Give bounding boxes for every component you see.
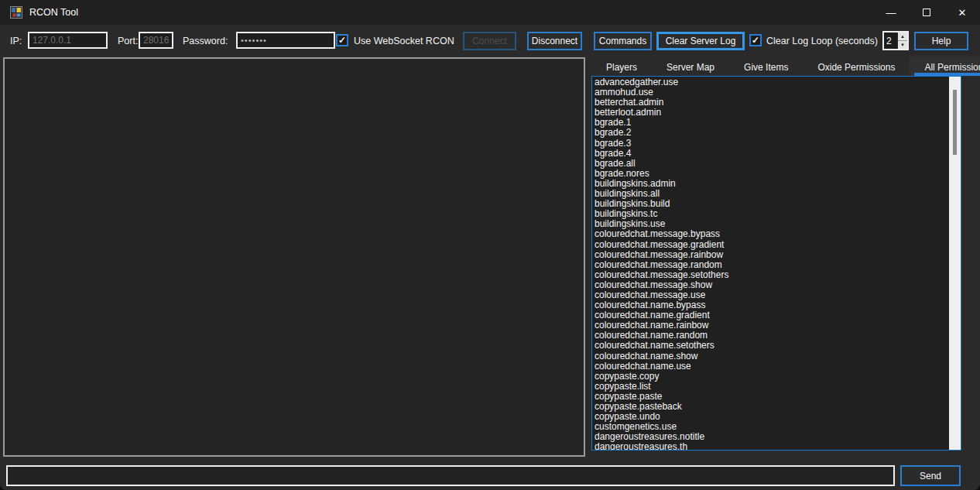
permission-item[interactable]: betterloot.admin	[592, 108, 948, 118]
clear-server-log-button[interactable]: Clear Server Log	[656, 32, 745, 50]
app-window: RCON Tool — ✕ IP: Port: Password: ✓ Use …	[0, 0, 980, 490]
loop-seconds-value[interactable]: 2	[884, 33, 897, 49]
commands-button[interactable]: Commands	[594, 32, 652, 50]
tab-server-map[interactable]: Server Map	[652, 59, 729, 76]
down-arrow-icon: ▼	[900, 43, 905, 47]
tab-all-permissions[interactable]: All Permissions	[910, 57, 980, 76]
permission-item[interactable]: colouredchat.message.bypass	[592, 229, 948, 239]
port-input[interactable]	[139, 32, 173, 49]
permission-item[interactable]: colouredchat.name.gradient	[592, 310, 948, 320]
disconnect-button[interactable]: Disconnect	[527, 32, 582, 50]
permission-item[interactable]: dangeroustreasures.notitle	[592, 432, 948, 442]
scrollbar-thumb[interactable]	[953, 90, 957, 155]
ip-label: IP:	[10, 36, 22, 46]
permission-item[interactable]: colouredchat.message.show	[592, 280, 948, 290]
permission-item[interactable]: colouredchat.name.bypass	[592, 300, 948, 310]
permission-item[interactable]: colouredchat.message.random	[592, 260, 948, 270]
app-icon	[10, 6, 22, 19]
checkmark-icon: ✓	[752, 36, 759, 45]
spinner-up-button[interactable]: ▲	[898, 33, 907, 41]
tab-give-items[interactable]: Give Items	[729, 59, 803, 76]
password-label: Password:	[183, 36, 228, 46]
permission-item[interactable]: colouredchat.name.rainbow	[592, 320, 948, 331]
permission-item[interactable]: colouredchat.message.rainbow	[592, 250, 948, 260]
permission-item[interactable]: colouredchat.name.show	[592, 351, 948, 362]
clear-log-loop-label[interactable]: Clear Log Loop (seconds)	[766, 36, 878, 46]
window-title: RCON Tool	[29, 7, 78, 18]
permission-item[interactable]: advancedgather.use	[592, 77, 948, 87]
permission-item[interactable]: customgenetics.use	[592, 422, 948, 432]
permissions-list: advancedgather.useammohud.usebetterchat.…	[592, 77, 948, 451]
connect-button[interactable]: Connect	[463, 32, 516, 50]
checkmark-icon: ✓	[338, 36, 346, 45]
port-label: Port:	[118, 36, 138, 46]
websocket-checkbox[interactable]: ✓	[336, 34, 348, 46]
minimize-icon: —	[886, 7, 896, 19]
scrollbar[interactable]	[949, 77, 961, 450]
permission-item[interactable]: copypaste.copy	[592, 372, 948, 382]
spinner-down-button[interactable]: ▼	[898, 41, 907, 49]
maximize-button[interactable]	[909, 0, 944, 25]
permission-item[interactable]: copypaste.pasteback	[592, 402, 948, 412]
permission-item[interactable]: colouredchat.message.setothers	[592, 270, 948, 280]
permission-item[interactable]: bgrade.2	[592, 128, 948, 138]
command-input[interactable]	[6, 465, 895, 486]
loop-seconds-stepper[interactable]: 2 ▲ ▼	[882, 31, 909, 50]
permission-item[interactable]: colouredchat.name.setothers	[592, 341, 948, 351]
close-button[interactable]: ✕	[944, 0, 980, 25]
permission-item[interactable]: ammohud.use	[592, 87, 948, 98]
permission-item[interactable]: bgrade.1	[592, 118, 948, 128]
maximize-icon	[923, 9, 930, 16]
server-log-panel[interactable]	[3, 57, 585, 457]
close-icon: ✕	[958, 7, 967, 19]
up-arrow-icon: ▲	[900, 34, 905, 39]
password-input[interactable]	[236, 32, 335, 49]
permission-item[interactable]: bgrade.nores	[592, 169, 948, 179]
permission-item[interactable]: colouredchat.name.use	[592, 362, 948, 372]
permission-item[interactable]: copypaste.paste	[592, 392, 948, 402]
permission-item[interactable]: copypaste.list	[592, 382, 948, 392]
permission-item[interactable]: betterchat.admin	[592, 98, 948, 108]
permission-item[interactable]: bgrade.all	[592, 159, 948, 169]
permission-item[interactable]: colouredchat.message.use	[592, 290, 948, 300]
permission-item[interactable]: colouredchat.message.gradient	[592, 240, 948, 250]
permission-item[interactable]: buildingskins.build	[592, 199, 948, 209]
minimize-button[interactable]: —	[873, 0, 909, 25]
permission-item[interactable]: buildingskins.all	[592, 189, 948, 199]
permission-item[interactable]: buildingskins.admin	[592, 179, 948, 189]
permission-item[interactable]: colouredchat.name.random	[592, 331, 948, 341]
permissions-listbox[interactable]: advancedgather.useammohud.usebetterchat.…	[591, 76, 961, 451]
send-button[interactable]: Send	[900, 465, 961, 486]
tab-players[interactable]: Players	[591, 59, 652, 76]
permission-item[interactable]: bgrade.4	[592, 149, 948, 159]
permission-item[interactable]: copypaste.undo	[592, 412, 948, 422]
ip-input[interactable]	[28, 32, 108, 49]
permission-item[interactable]: bgrade.3	[592, 139, 948, 149]
permission-item[interactable]: dangeroustreasures.th	[592, 442, 948, 451]
help-button[interactable]: Help	[914, 32, 968, 50]
titlebar: RCON Tool — ✕	[0, 0, 980, 25]
clear-log-loop-checkbox[interactable]: ✓	[749, 34, 762, 46]
permission-item[interactable]: buildingskins.tc	[592, 209, 948, 219]
tabstrip: PlayersServer MapGive ItemsOxide Permiss…	[591, 59, 961, 76]
permission-item[interactable]: buildingskins.use	[592, 219, 948, 229]
websocket-checkbox-label[interactable]: Use WebSocket RCON	[354, 36, 454, 46]
tab-oxide-permissions[interactable]: Oxide Permissions	[803, 59, 910, 76]
